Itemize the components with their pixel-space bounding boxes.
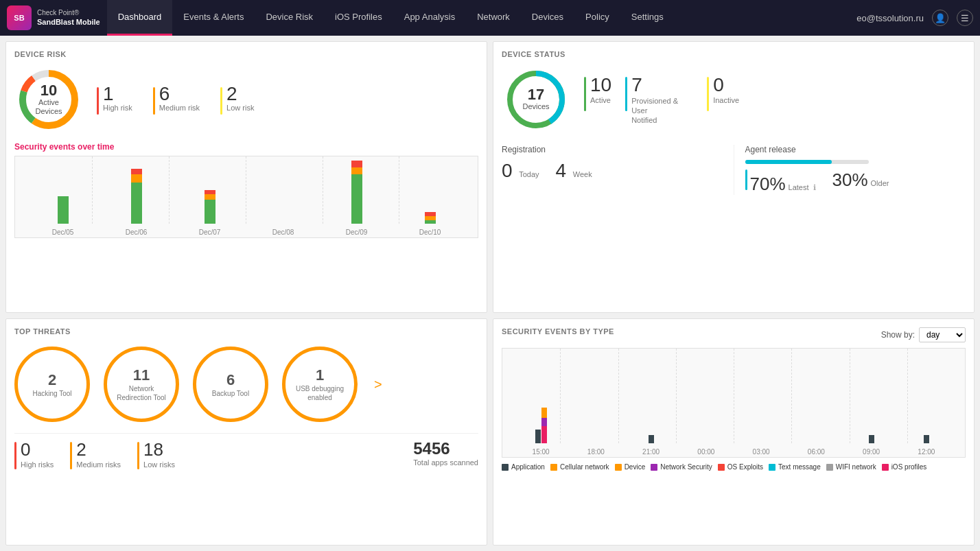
brand: SB Check Point® SandBlast Mobile [7,5,100,30]
ds-top: 17 Devices 10 Active 7 Provisioned & [502,65,966,134]
device-status-panel: DEVICE STATUS 17 Devices 10 Active [493,41,975,313]
agent-progress-bar [745,160,869,164]
nav-events[interactable]: Events & Alerts [172,0,255,36]
inactive-stat: 0 Inactive [707,74,739,126]
active-stat: 10 Active [584,74,611,126]
security-chart: Dec/05 Dec/06 [14,156,478,238]
nav-app-analysis[interactable]: App Analysis [393,0,466,36]
reg-week: 4 Week [556,160,592,182]
provisioned-stat: 7 Provisioned & UserNotified [625,74,693,126]
nav-device-risk[interactable]: Device Risk [255,0,324,36]
total-scanned: 5456 Total apps scanned [413,439,478,467]
security-events-type-panel: SECURITY EVENTS BY TYPE Show by: day wee… [493,318,975,546]
bar-group-dec10: Dec/10 [393,212,467,224]
bar-group-dec07: Dec/07 [173,190,246,224]
top-threats-panel: TOP THREATS 2 Hacking Tool 11 NetworkRed… [5,318,487,546]
threat-network-redirection: 11 NetworkRedirection Tool [104,347,179,422]
nav-devices[interactable]: Devices [521,0,574,36]
medium-risk-stat: 6 Medium risk [153,84,200,115]
set-bar-1200: 12:00 [899,435,954,443]
brand-logo: SB [7,5,32,30]
high-risk-bar [97,87,99,115]
nav-dashboard[interactable]: Dashboard [107,0,173,36]
threats-bottom: 0 High risks 2 Medium risks 18 Low risks [14,433,478,469]
legend-cellular: Cellular network [550,463,609,471]
ds-donut-center: 17 Devices [522,87,549,111]
nav-network[interactable]: Network [466,0,521,36]
top-threats-title: TOP THREATS [14,327,478,336]
threats-next-button[interactable]: > [374,377,382,392]
threat-backup-tool: 6 Backup Tool [193,347,268,422]
legend-application: Application [502,463,545,471]
reg-today: 0 Today [502,160,539,182]
risk-row: 10 ActiveDevices 1 High risk 6 [14,65,478,134]
legend-text-message: Text message [769,463,821,471]
legend-os-exploits: OS Exploits [718,463,763,471]
device-risk-title: DEVICE RISK [14,50,478,58]
bar-group-dec06: Dec/06 [100,169,173,224]
legend-ios-profiles: iOS profiles [882,463,927,471]
legend-network-security: Network Security [651,463,712,471]
bar-group-dec09: Dec/09 [320,161,393,224]
security-type-chart: 15:00 18:00 21:00 00:00 [502,348,966,458]
threats-circles: 2 Hacking Tool 11 NetworkRedirection Too… [14,347,478,422]
security-events-type-title: SECURITY EVENTS BY TYPE [502,327,614,336]
ds-bottom: Registration 0 Today 4 Week Agent releas… [502,145,966,195]
bar-group-dec05: Dec/05 [26,196,100,224]
brand-text: Check Point® SandBlast Mobile [37,8,100,27]
topnav: SB Check Point® SandBlast Mobile Dashboa… [0,0,980,36]
nav-items: Dashboard Events & Alerts Device Risk iO… [107,0,857,36]
nav-ios-profiles[interactable]: iOS Profiles [324,0,393,36]
reg-stats: 0 Today 4 Week [502,160,723,182]
medium-risks-bottom: 2 Medium risks [70,439,121,469]
show-by-select[interactable]: day week month [919,327,966,342]
device-status-donut: 17 Devices [502,65,570,134]
low-risk-bar [220,87,222,115]
device-risk-donut: 10 ActiveDevices [14,65,83,134]
user-icon[interactable]: 👤 [932,10,948,26]
set-bar-2100: 21:00 [624,435,679,443]
set-bar-0900: 09:00 [844,435,899,443]
threat-usb-debugging: 1 USB debuggingenabled [282,347,358,422]
device-risk-panel: DEVICE RISK 10 ActiveDevices [5,41,487,313]
nav-settings[interactable]: Settings [620,0,675,36]
low-risks-bottom: 18 Low risks [137,439,175,469]
medium-risk-bar [153,87,155,115]
nav-right: eo@tssolution.ru 👤 ☰ [856,10,973,26]
ds-stats: 10 Active 7 Provisioned & UserNotified 0 [584,74,739,126]
device-status-title: DEVICE STATUS [502,50,966,58]
nav-policy[interactable]: Policy [574,0,620,36]
high-risk-stat: 1 High risk [97,84,132,115]
chart-title: Security events over time [14,142,478,152]
donut-center: 10 ActiveDevices [35,83,62,116]
risk-stats: 1 High risk 6 Medium risk 2 Low risk [97,84,254,115]
ds-left: Registration 0 Today 4 Week [502,145,734,195]
user-email: eo@tssolution.ru [856,13,924,23]
legend: Application Cellular network Device Netw… [502,463,966,471]
notification-icon[interactable]: ☰ [957,10,973,26]
legend-device: Device [615,463,646,471]
agent-stats: 70% Latest ℹ 30% Older [745,169,966,195]
ds-right: Agent release 70% Latest ℹ 30% Older [734,145,966,195]
high-risks-bottom: 0 High risks [14,439,54,469]
main-grid: DEVICE RISK 10 ActiveDevices [0,36,980,551]
set-bar-1500: 15:00 [513,408,568,443]
low-risk-stat: 2 Low risk [220,84,254,115]
legend-wifi: WIFI network [826,463,876,471]
threat-hacking-tool: 2 Hacking Tool [14,347,90,422]
